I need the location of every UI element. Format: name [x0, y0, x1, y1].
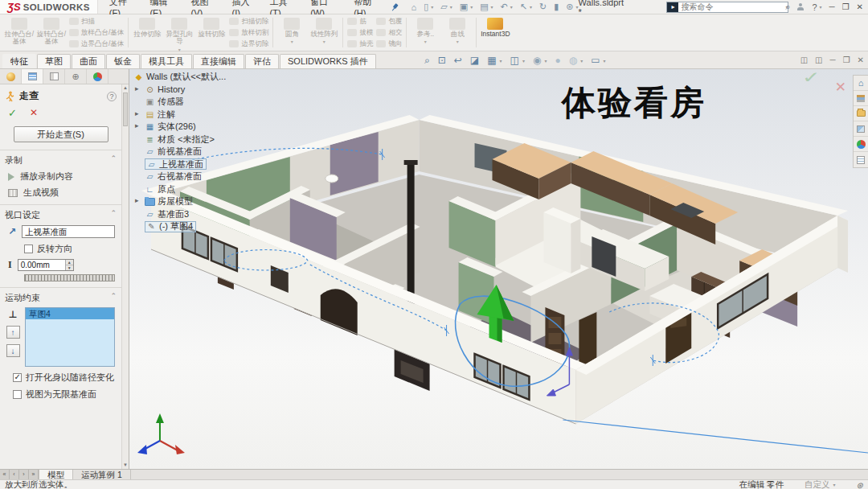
tab-addins[interactable]: SOLIDWORKS 插件	[280, 54, 376, 68]
scroll-down-icon[interactable]: ▼	[122, 462, 129, 469]
task-pane-home[interactable]	[854, 76, 868, 91]
shell-button[interactable]: 抽壳	[347, 39, 373, 49]
chevron-down-icon[interactable]: ▾	[470, 4, 473, 10]
chevron-down-icon[interactable]: ▾	[820, 4, 822, 10]
revolved-boss-button[interactable]: 旋转凸台/基体	[35, 16, 68, 49]
reference-geometry-button[interactable]: 参考..	[409, 16, 441, 49]
extruded-cut-button[interactable]: 拉伸切除	[131, 16, 163, 49]
tab-evaluate[interactable]: 评估	[245, 54, 279, 68]
scroll-up-icon[interactable]: ▲	[122, 84, 129, 92]
minimize-button[interactable]: ─	[829, 2, 835, 11]
search-input[interactable]	[678, 2, 785, 11]
tree-root-walls[interactable]: Walls (默认<<默认...	[133, 71, 260, 84]
tree-item-house-model-folder[interactable]: ▸房屋模型	[133, 195, 260, 208]
prev-tab-icon[interactable]: ‹	[10, 470, 19, 479]
reverse-direction-checkbox[interactable]	[24, 244, 33, 253]
rib-button[interactable]: 筋	[347, 17, 373, 27]
tree-item-solid-bodies[interactable]: ▸实体(296)	[133, 121, 260, 134]
tab-property-manager[interactable]	[22, 69, 43, 84]
model-tab[interactable]: 模型	[39, 470, 73, 479]
collapse-chevron-icon[interactable]: ⌃	[110, 154, 117, 166]
height-slider[interactable]	[24, 274, 115, 281]
linear-pattern-button[interactable]: 线性阵列	[308, 16, 340, 49]
tree-item-material[interactable]: 材质 <未指定>	[133, 134, 260, 146]
user-account-icon[interactable]	[796, 3, 805, 11]
tree-item-right-plane[interactable]: 右视基准面	[133, 171, 260, 183]
help-button[interactable]: ?	[812, 2, 817, 12]
restore-button[interactable]: ❐	[842, 2, 850, 11]
command-search[interactable]: ▸ ▾	[666, 2, 788, 13]
expand-caret-icon[interactable]: ▸	[135, 121, 139, 129]
section-view-icon[interactable]	[470, 55, 479, 66]
spinner-buttons[interactable]: ▲▼	[65, 260, 73, 270]
status-gear-icon[interactable]	[857, 480, 863, 489]
collapse-chevron-icon[interactable]: ⌃	[110, 292, 117, 304]
select-icon[interactable]	[520, 2, 527, 12]
extruded-boss-button[interactable]: 拉伸凸台/基体	[3, 16, 35, 49]
task-pane-custom-properties[interactable]	[854, 152, 868, 167]
expand-caret-icon[interactable]: ▸	[135, 84, 139, 92]
move-up-button[interactable]: ↑	[6, 326, 20, 339]
file-properties-icon[interactable]	[554, 2, 559, 12]
tree-item-history[interactable]: ▸History	[133, 84, 260, 97]
spin-down-icon[interactable]: ▼	[66, 265, 73, 270]
tab-display-manager[interactable]	[87, 69, 108, 84]
tree-item-sensors[interactable]: 传感器	[133, 96, 260, 109]
intersect-button[interactable]: 相交	[376, 28, 402, 38]
chevron-down-icon[interactable]: ▾	[450, 4, 452, 10]
tab-appearances[interactable]	[0, 69, 22, 84]
height-value[interactable]: 0.00mm	[18, 260, 65, 270]
options-gear-icon[interactable]	[566, 2, 573, 12]
cancel-button[interactable]: ✕	[30, 107, 38, 119]
tab-direct-editing[interactable]: 直接编辑	[193, 54, 244, 68]
move-down-button[interactable]: ↓	[6, 344, 20, 357]
undo-icon[interactable]	[501, 2, 508, 12]
boundary-boss-button[interactable]: 边界凸台/基体	[69, 39, 124, 49]
tree-item-sketch4[interactable]: (-) 草图4	[133, 220, 260, 233]
tab-surfaces[interactable]: 曲面	[72, 54, 105, 68]
spin-up-icon[interactable]: ▲	[66, 260, 73, 265]
hole-wizard-button[interactable]: 异型孔向导	[163, 16, 195, 49]
chevron-down-icon[interactable]: ▾	[544, 58, 547, 64]
new-document-icon[interactable]	[424, 2, 428, 12]
tree-item-origin[interactable]: 原点	[133, 183, 260, 196]
chevron-down-icon[interactable]: ▾	[530, 4, 532, 10]
display-style-icon[interactable]	[510, 55, 519, 66]
chevron-down-icon[interactable]: ▾	[785, 4, 788, 10]
confirm-cancel-icon[interactable]: ✕	[835, 79, 846, 96]
tree-item-front-plane[interactable]: 前视基准面	[133, 146, 260, 158]
swept-cut-button[interactable]: 扫描切除	[229, 17, 268, 27]
chevron-down-icon[interactable]: ▾	[510, 4, 513, 10]
tree-item-top-plane[interactable]: 上视基准面	[133, 158, 260, 171]
doc-restore-button[interactable]: ❐	[843, 55, 850, 64]
boundary-cut-button[interactable]: 边界切除	[229, 39, 268, 49]
selected-sketch-item[interactable]: 草图4	[26, 308, 114, 319]
doc-minimize-button[interactable]: ─	[830, 55, 836, 64]
tab-features[interactable]: 特征	[2, 54, 36, 68]
start-walkthrough-button[interactable]: 开始走查(S)	[14, 126, 108, 142]
fillet-button[interactable]: 圆角	[276, 16, 308, 49]
height-spinner[interactable]: 0.00mm ▲▼	[18, 259, 74, 271]
expand-caret-icon[interactable]: ▸	[135, 196, 139, 204]
last-tab-icon[interactable]: »	[29, 470, 39, 479]
zoom-to-area-icon[interactable]	[438, 55, 446, 66]
swept-boss-button[interactable]: 扫描	[69, 17, 124, 27]
task-pane-design-library[interactable]	[854, 91, 868, 106]
save-icon[interactable]	[460, 2, 468, 12]
panel-scrollbar[interactable]: ▲ ▼	[121, 84, 129, 469]
apply-scene-icon[interactable]	[569, 55, 577, 66]
tile-icon[interactable]: ◫	[815, 55, 822, 64]
hide-show-items-icon[interactable]	[533, 55, 541, 66]
constraint-listbox[interactable]: 草图4	[25, 307, 115, 367]
chevron-down-icon[interactable]: ▾	[522, 58, 525, 64]
confirm-check-icon[interactable]: ✓	[802, 69, 821, 87]
panel-help-icon[interactable]: ?	[107, 92, 117, 101]
ok-button[interactable]: ✓	[8, 107, 17, 119]
home-icon[interactable]	[411, 2, 417, 12]
customize-menu[interactable]: 自定义	[805, 479, 830, 489]
curves-button[interactable]: 曲线	[441, 16, 473, 49]
print-icon[interactable]	[480, 2, 488, 12]
chevron-down-icon[interactable]: ▾	[500, 58, 502, 64]
collapse-chevron-icon[interactable]: ⌃	[110, 209, 117, 221]
revolved-cut-button[interactable]: 旋转切除	[195, 16, 227, 49]
